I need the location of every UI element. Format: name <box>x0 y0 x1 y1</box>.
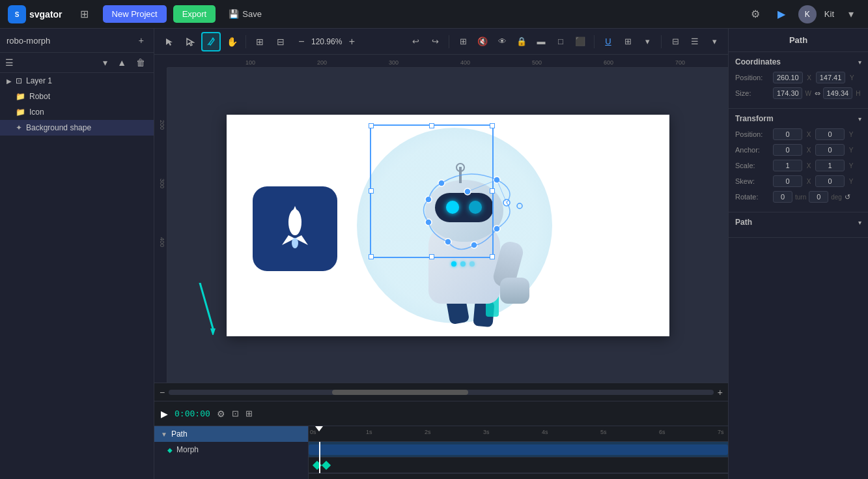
overflow2-button[interactable]: ▾ <box>706 33 723 50</box>
ruler-corner <box>154 55 167 68</box>
svg-point-7 <box>292 238 298 248</box>
timeline-morph-track[interactable] <box>309 457 728 473</box>
lock-button[interactable]: 🔒 <box>513 33 530 50</box>
size-h-value[interactable]: 149.34 <box>823 87 852 99</box>
select-tool-button[interactable] <box>160 32 179 51</box>
pen-tool-button[interactable] <box>201 32 221 51</box>
timeline-settings-button[interactable]: ⚙ <box>217 409 225 419</box>
layer-1-item[interactable]: ▶ ⊡ Layer 1 <box>0 73 154 89</box>
redo-button[interactable]: ↪ <box>427 33 443 50</box>
svg-text:S: S <box>15 11 20 18</box>
mute-button[interactable]: 🔇 <box>474 33 491 50</box>
position-y-value[interactable]: 147.41 <box>816 72 846 83</box>
rotate-value2[interactable]: 0 <box>809 191 828 203</box>
undo-button[interactable]: ↩ <box>407 33 424 50</box>
icon-layer-item[interactable]: 📁 Icon <box>0 104 154 120</box>
rotate-label: Rotate: <box>735 193 770 201</box>
timeline-play-button[interactable]: ▶ <box>161 409 168 419</box>
logo-text: svgator <box>29 9 63 20</box>
position-x-axis: X <box>805 74 813 81</box>
transform-position-x[interactable]: 0 <box>773 128 802 140</box>
rotate-direction-icon[interactable]: ↺ <box>845 193 850 201</box>
hand-tool-button[interactable]: ✋ <box>222 32 242 51</box>
overflow-button[interactable]: ▾ <box>639 33 656 50</box>
scale-x-value[interactable]: 1 <box>773 160 802 171</box>
layers-expand-btn[interactable]: ▾ <box>100 56 111 69</box>
timeline-morph-row[interactable]: ◆ Morph <box>154 442 308 457</box>
new-project-button[interactable]: New Project <box>103 5 167 23</box>
grid-dots-button[interactable]: ⊞ <box>619 33 636 50</box>
eye-button[interactable]: 👁 <box>494 33 511 50</box>
canvas-scrollbar-thumb[interactable] <box>332 390 468 395</box>
layer-expand-icon: ▶ <box>7 78 12 85</box>
anchor-x-axis: X <box>805 147 813 154</box>
skew-y-value[interactable]: 0 <box>815 175 845 187</box>
rotate-row: Rotate: 0 turn 0 deg ↺ <box>735 191 861 203</box>
zoom-minus-button[interactable]: − <box>294 35 309 49</box>
folder-icon-2: 📁 <box>16 108 25 117</box>
user-dropdown-icon[interactable]: ▾ <box>842 5 860 23</box>
save-button[interactable]: 💾 Save <box>222 5 268 23</box>
skew-y-axis: Y <box>847 178 855 185</box>
minus-button[interactable]: ▬ <box>533 33 550 50</box>
anchor-x-value[interactable]: 0 <box>773 144 802 156</box>
zoom-plus-button[interactable]: + <box>344 35 359 49</box>
play-icon-button[interactable]: ▶ <box>772 5 791 23</box>
timeline-path-track[interactable] <box>309 442 728 457</box>
transform-section-header[interactable]: Transform ▾ <box>735 114 861 123</box>
robot-layer-item[interactable]: 📁 Robot <box>0 89 154 104</box>
distribute-tool-button[interactable]: ⊟ <box>271 32 290 51</box>
square-button[interactable]: □ <box>552 33 569 50</box>
right-panel-header: Path <box>729 29 868 52</box>
timeline-path-row[interactable]: ▼ Path <box>154 426 308 442</box>
layers-menu-icon: ☰ <box>5 57 14 68</box>
direct-select-button[interactable] <box>180 32 200 51</box>
skew-x-value[interactable]: 0 <box>773 175 802 187</box>
timeline-record-button[interactable]: ⊡ <box>232 409 239 418</box>
settings-icon-button[interactable]: ⚙ <box>746 5 764 23</box>
link-icon[interactable]: ⇔ <box>815 89 820 98</box>
right-panel-title: Path <box>789 35 807 45</box>
timeline-loop-button[interactable]: ⊞ <box>245 409 253 418</box>
timeline-playhead[interactable] <box>319 442 320 473</box>
path-section: Path ▾ <box>729 212 868 238</box>
user-name: Kit <box>824 9 834 19</box>
add-layer-button[interactable]: + <box>135 34 147 47</box>
transform-position-y[interactable]: 0 <box>815 128 845 140</box>
canvas-horizontal-scrollbar[interactable] <box>169 390 714 395</box>
underline-button[interactable]: U <box>600 33 617 50</box>
toolbar-separator-1 <box>245 35 246 48</box>
position-y-axis: Y <box>848 74 856 81</box>
toolbar-separator-2 <box>449 35 449 48</box>
main-area: robo-morph + ☰ ▾ ▲ 🗑 ▶ ⊡ Layer 1 📁 Robot… <box>0 29 868 479</box>
zoom-control: − 120.96% + <box>294 35 359 49</box>
grid-view-button[interactable]: ⊞ <box>455 33 471 50</box>
align-left-button[interactable]: ⬛ <box>572 33 589 50</box>
columns-button[interactable]: ⊟ <box>667 33 684 50</box>
path-section-header[interactable]: Path ▾ <box>735 218 861 227</box>
timeline-area: ▶ 0:00:00 ⚙ ⊡ ⊞ ▼ Path ◆ Morph <box>154 401 728 479</box>
coordinates-section-header[interactable]: Coordinates ▾ <box>735 57 861 66</box>
scroll-right-button[interactable]: + <box>718 387 723 398</box>
layers-delete-btn[interactable]: 🗑 <box>133 56 148 69</box>
keyframe-2[interactable] <box>322 461 331 470</box>
timeline-tracks[interactable]: 0s 1s 2s 3s 4s 5s 6s 7s 8s 9s 10s 11s <box>309 426 728 479</box>
canvas-board[interactable] <box>227 115 669 336</box>
rotate-value1[interactable]: 0 <box>773 191 792 203</box>
anchor-y-value[interactable]: 0 <box>815 144 845 156</box>
grid-icon-button[interactable]: ⊞ <box>76 5 94 23</box>
export-button[interactable]: Export <box>173 5 216 23</box>
rows-button[interactable]: ☰ <box>686 33 703 50</box>
scale-y-value[interactable]: 1 <box>815 160 845 171</box>
ruler-left: 200 300 400 <box>154 68 167 383</box>
timeline-bottom: − + <box>309 473 728 479</box>
layers-up-btn[interactable]: ▲ <box>114 56 130 69</box>
skew-row: Skew: 0 X 0 Y <box>735 175 861 187</box>
size-w-value[interactable]: 174.30 <box>773 87 802 99</box>
avatar: K <box>798 5 817 23</box>
align-tool-button[interactable]: ⊞ <box>250 32 270 51</box>
star-icon: ✦ <box>16 123 22 132</box>
position-x-value[interactable]: 260.10 <box>773 72 803 83</box>
background-shape-item[interactable]: ✦ Background shape <box>0 120 154 136</box>
scroll-left-button[interactable]: − <box>160 387 165 398</box>
